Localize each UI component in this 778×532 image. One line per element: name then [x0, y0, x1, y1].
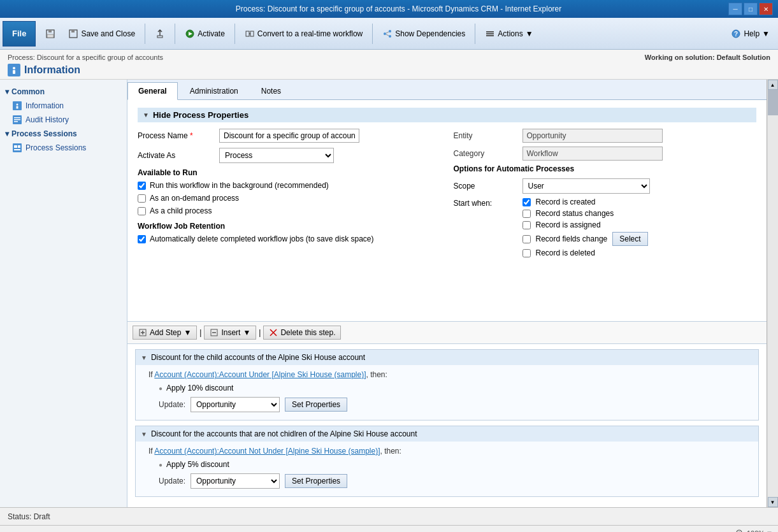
on-demand-checkbox[interactable] — [138, 194, 146, 203]
category-row: Category Workflow — [454, 147, 757, 161]
minimize-button[interactable]: ─ — [728, 3, 742, 15]
svg-rect-25 — [17, 106, 18, 109]
record-fields-change-row: Record fields change Select — [522, 232, 648, 246]
sidebar-item-information[interactable]: Information — [0, 99, 127, 113]
svg-line-13 — [386, 32, 389, 33]
svg-rect-16 — [486, 33, 494, 34]
zoom-icon — [735, 529, 744, 533]
svg-point-11 — [389, 30, 391, 32]
window-controls: ─ □ ✕ — [728, 3, 773, 15]
sidebar-process-sessions-header[interactable]: ▾ Process Sessions — [0, 127, 127, 141]
close-button[interactable]: ✕ — [759, 3, 773, 15]
actions-button[interactable]: Actions ▼ — [479, 22, 538, 45]
insert-label: Insert — [221, 328, 240, 337]
status-bar: Status: Draft — [0, 507, 778, 525]
audit-icon — [13, 115, 22, 124]
section-toggle-icon: ▼ — [143, 111, 149, 119]
record-created-label: Record is created — [536, 198, 596, 206]
svg-rect-32 — [18, 145, 20, 148]
step-1-header[interactable]: ▼ Discount for the child accounts of the… — [136, 350, 758, 365]
save-and-close-button[interactable]: Save and Close — [62, 22, 141, 45]
sidebar-item-audit-history[interactable]: Audit History — [0, 113, 127, 127]
step-1-update-label: Update: — [159, 400, 185, 409]
record-deleted-label: Record is deleted — [536, 248, 595, 257]
record-fields-change-checkbox[interactable] — [522, 235, 531, 243]
info-icon — [13, 101, 22, 110]
convert-realtime-button[interactable]: Convert to a real-time workflow — [239, 22, 368, 45]
working-on-solution: Working on solution: Default Solution — [645, 54, 770, 61]
record-assigned-checkbox[interactable] — [522, 221, 531, 229]
activate-as-select[interactable]: Process Process Template — [219, 148, 334, 163]
entity-value: Opportunity — [522, 129, 663, 143]
maximize-button[interactable]: □ — [744, 3, 758, 15]
record-status-changes-label: Record status changes — [536, 209, 614, 218]
step-1-if-line: If Account (Account):Account Under [Alpi… — [148, 368, 753, 382]
run-background-checkbox[interactable] — [138, 182, 146, 190]
show-dependencies-button[interactable]: Show Dependencies — [377, 22, 471, 45]
step-toolbar: Add Step ▼ | Insert ▼ | Delete this step… — [127, 321, 767, 344]
record-created-checkbox[interactable] — [522, 198, 531, 206]
insert-icon — [210, 328, 219, 337]
tab-administration[interactable]: Administration — [179, 82, 249, 99]
activate-as-row: Activate As Process Process Template — [138, 148, 441, 163]
workflow-job-retention-title: Workflow Job Retention — [138, 222, 441, 231]
start-when-options: Record is created Record status changes … — [522, 198, 648, 260]
scope-label: Scope — [454, 182, 517, 191]
form-left-column: Process Name * Activate As Process Proce… — [138, 129, 441, 260]
page-title: Information — [8, 64, 163, 76]
step-1-if-link[interactable]: Account (Account):Account Under [Alpine … — [154, 370, 366, 379]
step-1-set-properties-button[interactable]: Set Properties — [285, 398, 347, 412]
show-dependencies-label: Show Dependencies — [395, 29, 465, 38]
breadcrumb: Process: Discount for a specific group o… — [8, 54, 163, 61]
sidebar-common-header[interactable]: ▾ Common — [0, 85, 127, 99]
svg-rect-27 — [14, 117, 20, 119]
sidebar: ▾ Common Information Audit History ▾ Pro… — [0, 80, 127, 507]
scroll-thumb[interactable] — [768, 90, 778, 115]
step-2-set-properties-button[interactable]: Set Properties — [285, 474, 347, 488]
hide-process-properties-header[interactable]: ▼ Hide Process Properties — [138, 108, 756, 122]
activate-button[interactable]: Activate — [179, 22, 231, 45]
activate-label: Activate — [198, 29, 225, 38]
file-button[interactable]: File — [3, 21, 36, 47]
section-title: Hide Process Properties — [153, 110, 249, 120]
help-button[interactable]: ? Help ▼ — [725, 22, 775, 45]
convert-realtime-label: Convert to a real-time workflow — [257, 29, 363, 38]
zoom-dropdown-icon[interactable]: ▼ — [766, 529, 773, 533]
save-button[interactable] — [40, 22, 61, 45]
start-when-section: Start when: Record is created Record sta… — [454, 198, 757, 260]
sidebar-item-process-sessions[interactable]: Process Sessions — [0, 141, 127, 155]
scope-select[interactable]: User Business Unit Parent: Child Busines… — [522, 178, 650, 194]
select-button[interactable]: Select — [612, 232, 647, 246]
on-demand-label: As an on-demand process — [150, 194, 239, 203]
scroll-up-arrow[interactable]: ▲ — [768, 80, 778, 90]
child-process-checkbox[interactable] — [138, 207, 146, 215]
options-title: Options for Automatic Processes — [454, 164, 757, 173]
step-2-update-label: Update: — [159, 477, 185, 485]
step-1-update-select[interactable]: Opportunity — [191, 397, 280, 412]
process-name-label: Process Name * — [138, 131, 214, 140]
auto-delete-checkbox[interactable] — [138, 235, 146, 243]
actions-label: Actions — [498, 29, 522, 38]
svg-rect-4 — [71, 30, 75, 32]
step-2-header[interactable]: ▼ Discount for the accounts that are not… — [136, 426, 758, 442]
step-2-if-line: If Account (Account):Account Not Under [… — [148, 444, 753, 458]
insert-button[interactable]: Insert ▼ — [204, 326, 256, 340]
step-2-update-row: Update: Opportunity Set Properties — [159, 471, 753, 491]
step-2-apply-text: Apply 5% discount — [166, 460, 229, 469]
tab-general[interactable]: General — [127, 82, 178, 100]
record-deleted-checkbox[interactable] — [522, 249, 531, 257]
tab-notes[interactable]: Notes — [250, 82, 292, 99]
step-2-if-link[interactable]: Account (Account):Account Not Under [Alp… — [154, 447, 380, 456]
process-name-input[interactable] — [219, 129, 359, 143]
save-and-close-label: Save and Close — [81, 29, 135, 38]
add-step-button[interactable]: Add Step ▼ — [133, 326, 197, 340]
record-created-row: Record is created — [522, 198, 648, 206]
dependencies-icon — [382, 29, 393, 39]
scroll-down-arrow[interactable]: ▼ — [768, 497, 778, 507]
svg-rect-15 — [486, 31, 494, 32]
step-2-content: If Account (Account):Account Not Under [… — [136, 442, 758, 496]
step-2-update-select[interactable]: Opportunity — [191, 473, 280, 489]
record-status-changes-checkbox[interactable] — [522, 210, 531, 218]
delete-step-button[interactable]: Delete this step. — [263, 326, 341, 340]
attach-button[interactable] — [149, 22, 171, 45]
